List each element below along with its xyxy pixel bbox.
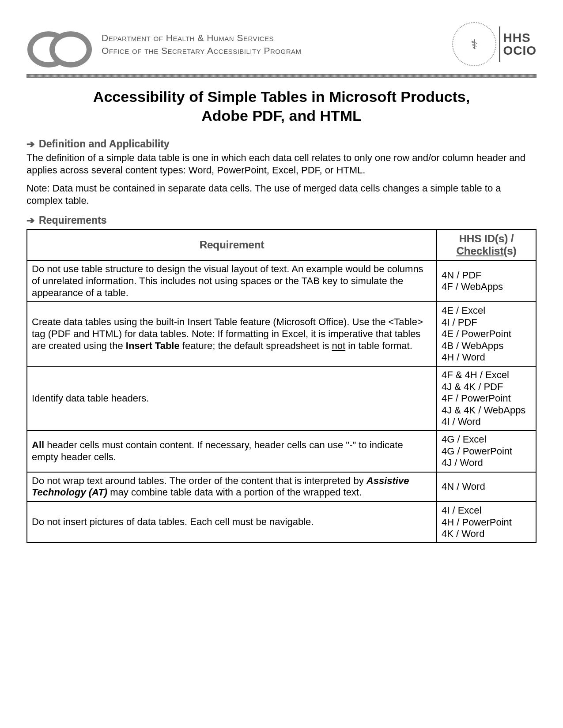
table-row: All header cells must contain content. I… bbox=[27, 431, 536, 472]
requirement-cell: All header cells must contain content. I… bbox=[27, 431, 437, 472]
definition-heading: ➔ Definition and Applicability bbox=[26, 138, 537, 150]
req-bold: All bbox=[32, 439, 44, 450]
col-requirement: Requirement bbox=[27, 229, 437, 260]
table-row: Do not insert pictures of data tables. E… bbox=[27, 502, 536, 543]
header-left: Department of Health & Human Services Of… bbox=[26, 28, 302, 61]
col-hhs-ids: HHS ID(s) / Checklist(s) bbox=[437, 229, 536, 260]
ids-cell: 4E / Excel 4I / PDF 4E / PowerPoint 4B /… bbox=[437, 302, 536, 366]
req-suffix: may combine table data with a portion of… bbox=[107, 487, 362, 498]
req-suffix: header cells must contain content. If ne… bbox=[32, 439, 403, 462]
department-text: Department of Health & Human Services Of… bbox=[102, 31, 302, 57]
table-row: Do not use table structure to design the… bbox=[27, 260, 536, 302]
col2-line1: HHS ID(s) / bbox=[459, 233, 514, 244]
req-suffix: in table format. bbox=[345, 340, 412, 351]
header-right: ⚕ HHS OCIO bbox=[452, 22, 537, 66]
hhs-seal-icon: ⚕ bbox=[452, 22, 496, 66]
table-header-row: Requirement HHS ID(s) / Checklist(s) bbox=[27, 229, 536, 260]
definition-heading-text: Definition and Applicability bbox=[39, 138, 170, 150]
requirement-cell: Identify data table headers. bbox=[27, 366, 437, 431]
seal-glyph: ⚕ bbox=[471, 37, 478, 52]
definition-paragraph: The definition of a simple data table is… bbox=[26, 152, 537, 176]
requirement-cell: Do not wrap text around tables. The orde… bbox=[27, 472, 437, 502]
accessibility-logo-icon bbox=[26, 28, 93, 61]
arrow-right-icon: ➔ bbox=[26, 139, 34, 150]
req-bold: Insert Table bbox=[126, 340, 180, 351]
requirement-cell: Do not use table structure to design the… bbox=[27, 260, 437, 302]
ids-cell: 4N / PDF 4F / WebApps bbox=[437, 260, 536, 302]
table-row: Create data tables using the built-in In… bbox=[27, 302, 536, 366]
req-prefix: Do not wrap text around tables. The orde… bbox=[32, 475, 367, 486]
requirement-cell: Create data tables using the built-in In… bbox=[27, 302, 437, 366]
requirements-table: Requirement HHS ID(s) / Checklist(s) Do … bbox=[26, 229, 537, 543]
table-row: Do not wrap text around tables. The orde… bbox=[27, 472, 536, 502]
requirements-heading-text: Requirements bbox=[39, 214, 106, 226]
req-underline: not bbox=[332, 340, 346, 351]
department-name: Department of Health & Human Services bbox=[102, 31, 302, 44]
req-mid: feature; the default spreadsheet is bbox=[180, 340, 332, 351]
org-acronym: HHS OCIO bbox=[503, 31, 537, 57]
arrow-right-icon: ➔ bbox=[26, 215, 34, 226]
ids-cell: 4N / Word bbox=[437, 472, 536, 502]
header-divider bbox=[26, 74, 537, 78]
org-line1: HHS bbox=[503, 31, 537, 44]
page-header: Department of Health & Human Services Of… bbox=[26, 22, 537, 66]
office-name: Office of the Secretary Accessibility Pr… bbox=[102, 44, 302, 57]
ids-cell: 4F & 4H / Excel 4J & 4K / PDF 4F / Power… bbox=[437, 366, 536, 431]
ids-cell: 4I / Excel 4H / PowerPoint 4K / Word bbox=[437, 502, 536, 543]
col2-suffix: (s) bbox=[503, 245, 516, 257]
requirement-cell: Do not insert pictures of data tables. E… bbox=[27, 502, 437, 543]
page-title: Accessibility of Simple Tables in Micros… bbox=[76, 87, 487, 125]
requirements-heading: ➔ Requirements bbox=[26, 214, 537, 226]
table-row: Identify data table headers. 4F & 4H / E… bbox=[27, 366, 536, 431]
note-paragraph: Note: Data must be contained in separate… bbox=[26, 182, 537, 206]
col2-line2: Checklist bbox=[456, 245, 503, 257]
ids-cell: 4G / Excel 4G / PowerPoint 4J / Word bbox=[437, 431, 536, 472]
org-line2: OCIO bbox=[503, 44, 537, 57]
vertical-divider bbox=[499, 26, 500, 62]
